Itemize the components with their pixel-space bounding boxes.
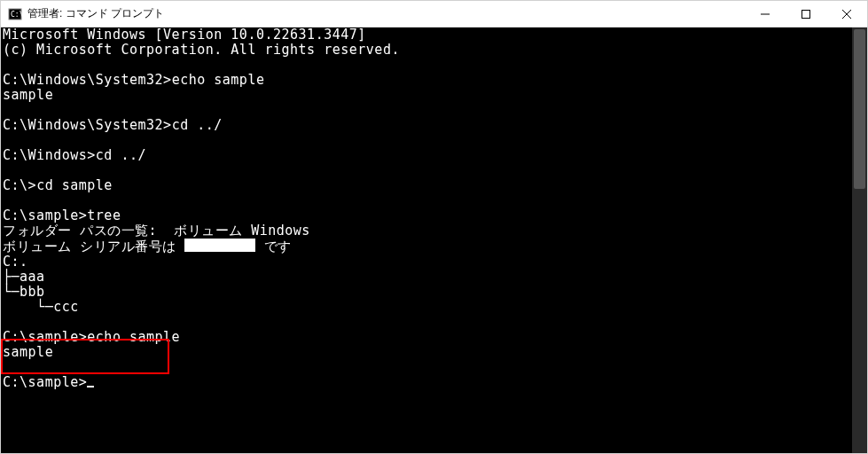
scrollbar[interactable]	[852, 27, 867, 453]
svg-rect-3	[802, 10, 810, 18]
line-version: Microsoft Windows [Version 10.0.22631.34…	[3, 27, 366, 43]
output: sample	[3, 87, 53, 103]
cursor	[87, 386, 94, 387]
redacted-serial	[184, 239, 255, 252]
prompt: C:\Windows\System32>	[3, 72, 172, 88]
close-button[interactable]	[826, 1, 867, 27]
prompt: C:\sample>	[3, 329, 87, 345]
prompt: C:\>	[3, 177, 36, 193]
output: sample	[3, 344, 53, 360]
window-title: 管理者: コマンド プロンプト	[27, 6, 164, 21]
minimize-button[interactable]	[745, 1, 786, 27]
command: echo sample	[172, 72, 265, 88]
output: です	[255, 239, 292, 254]
tree-branch: └─ccc	[3, 299, 79, 315]
terminal-area[interactable]: Microsoft Windows [Version 10.0.22631.34…	[1, 27, 867, 453]
window-controls	[745, 1, 867, 27]
prompt: C:\sample>	[3, 207, 87, 223]
scrollbar-thumb[interactable]	[854, 29, 865, 189]
terminal-content: Microsoft Windows [Version 10.0.22631.34…	[1, 27, 851, 453]
command: cd ../	[96, 147, 146, 163]
svg-text:C:\: C:\	[11, 11, 22, 19]
console-window: C:\ 管理者: コマンド プロンプト Microsoft Windows [V…	[0, 0, 868, 454]
tree-branch: ├─aaa	[3, 269, 45, 285]
maximize-button[interactable]	[786, 1, 826, 27]
prompt: C:\Windows\System32>	[3, 117, 172, 133]
tree-branch: └─bbb	[3, 284, 45, 300]
output: ボリューム シリアル番号は	[3, 239, 184, 254]
prompt: C:\sample>	[3, 374, 87, 390]
command: cd ../	[172, 117, 223, 133]
output: フォルダー パスの一覧: ボリューム Windows	[3, 223, 310, 239]
command: echo sample	[87, 329, 180, 345]
line-copyright: (c) Microsoft Corporation. All rights re…	[3, 42, 400, 58]
tree-root: C:.	[3, 254, 28, 270]
titlebar[interactable]: C:\ 管理者: コマンド プロンプト	[1, 1, 867, 27]
command: tree	[87, 207, 121, 223]
command: cd sample	[36, 177, 113, 193]
prompt: C:\Windows>	[3, 147, 96, 163]
app-icon: C:\	[8, 7, 22, 21]
